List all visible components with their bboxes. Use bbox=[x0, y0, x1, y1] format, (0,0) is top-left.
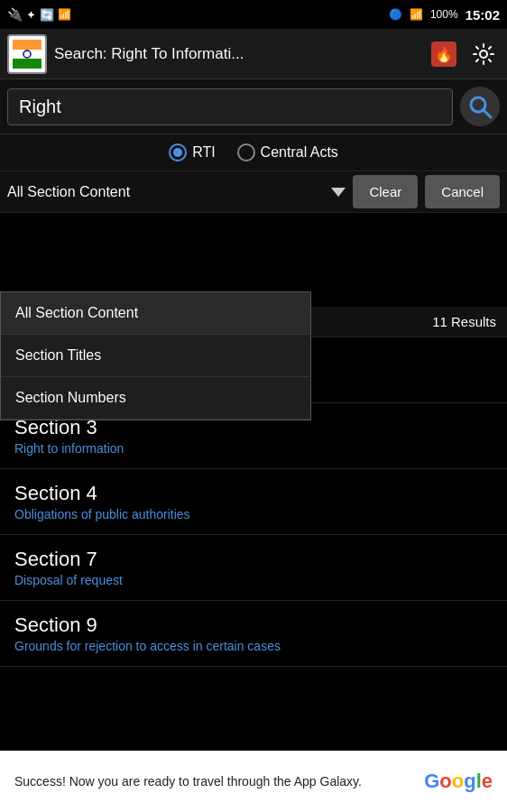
sync-icon: 🔄 bbox=[40, 8, 54, 22]
radio-rti-circle bbox=[169, 143, 187, 161]
section-number: Section 7 bbox=[14, 548, 493, 571]
app-title: Search: Right To Informati... bbox=[54, 45, 420, 63]
clear-button[interactable]: Clear bbox=[353, 175, 418, 208]
section-item-9[interactable]: Section 9 Grounds for rejection to acces… bbox=[0, 601, 507, 667]
section-item-7[interactable]: Section 7 Disposal of request bbox=[0, 535, 507, 601]
dropdown-item-section-numbers[interactable]: Section Numbers bbox=[1, 377, 310, 420]
usb-icon: 🔌 bbox=[7, 7, 23, 22]
bluetooth-status-icon: 🔵 bbox=[389, 8, 402, 21]
section-number: Section 9 bbox=[14, 614, 493, 637]
svg-point-6 bbox=[480, 51, 487, 58]
radio-rti[interactable]: RTI bbox=[169, 143, 215, 161]
app-logo[interactable] bbox=[7, 34, 47, 74]
main-content: RTI Central Acts All Section Content Cle… bbox=[0, 79, 507, 812]
search-input[interactable] bbox=[7, 88, 453, 125]
settings-icon[interactable] bbox=[467, 38, 500, 70]
svg-line-8 bbox=[484, 110, 491, 117]
filter-row: All Section Content Clear Cancel bbox=[0, 171, 507, 213]
ad-text: Success! Now you are ready to travel thr… bbox=[14, 774, 413, 789]
radio-central-circle bbox=[237, 143, 255, 161]
svg-rect-0 bbox=[13, 40, 41, 50]
share-icon[interactable]: 🔥 bbox=[428, 38, 460, 70]
section-title: Obligations of public authorities bbox=[14, 507, 493, 521]
ad-banner[interactable]: Success! Now you are ready to travel thr… bbox=[0, 751, 507, 812]
radio-central-label: Central Acts bbox=[261, 144, 338, 161]
cancel-button[interactable]: Cancel bbox=[425, 175, 500, 208]
app-bar: Search: Right To Informati... 🔥 bbox=[0, 29, 507, 79]
filter-dropdown: All Section Content Section Titles Secti… bbox=[0, 291, 311, 420]
google-logo: Google bbox=[424, 770, 493, 793]
section-title: Right to information bbox=[14, 441, 493, 456]
wifi-icon: 📶 bbox=[410, 8, 423, 21]
section-title: Grounds for rejection to access in certa… bbox=[14, 639, 493, 653]
radio-rti-label: RTI bbox=[192, 144, 215, 161]
filter-label: All Section Content bbox=[7, 184, 320, 200]
results-count: 11 Results bbox=[432, 314, 496, 329]
status-bar: 🔌 ✦ 🔄 📶 🔵 📶 100% 15:02 bbox=[0, 0, 507, 29]
status-icons: 🔌 ✦ 🔄 📶 bbox=[7, 7, 71, 22]
dropdown-arrow-icon[interactable] bbox=[331, 188, 346, 197]
search-bar bbox=[0, 79, 507, 134]
section-item-4[interactable]: Section 4 Obligations of public authorit… bbox=[0, 469, 507, 535]
dropdown-item-all-section-content[interactable]: All Section Content bbox=[1, 292, 310, 335]
search-button[interactable] bbox=[460, 87, 500, 126]
section-number: Section 4 bbox=[14, 482, 493, 505]
bluetooth-icon: ✦ bbox=[26, 8, 36, 22]
battery-level: 100% bbox=[430, 8, 458, 21]
dropdown-item-section-titles[interactable]: Section Titles bbox=[1, 335, 310, 377]
radio-group: RTI Central Acts bbox=[0, 134, 507, 171]
svg-rect-2 bbox=[13, 59, 41, 69]
signal-icon: 📶 bbox=[58, 8, 71, 21]
svg-text:🔥: 🔥 bbox=[435, 46, 453, 63]
radio-central-acts[interactable]: Central Acts bbox=[237, 143, 338, 161]
section-title: Disposal of request bbox=[14, 573, 493, 587]
clock: 15:02 bbox=[466, 7, 500, 23]
app-bar-actions: 🔥 bbox=[428, 38, 500, 70]
